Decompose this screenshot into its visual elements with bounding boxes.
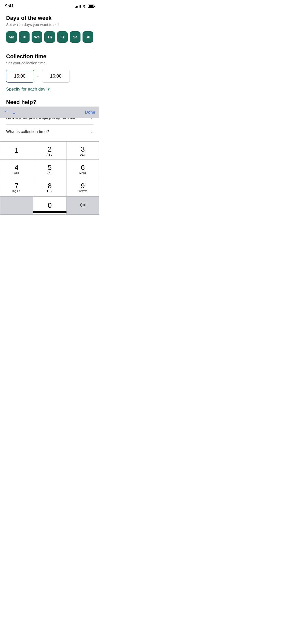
key-3-letters: DEF [80,153,86,156]
key-8-letters: TUV [47,190,53,193]
faq-chevron-1: ⌄ [90,129,93,134]
keyboard-toolbar: ⌃ ⌄ Done [0,107,99,118]
key-2[interactable]: 2 ABC [33,141,66,160]
start-time-value: 15:00 [14,74,25,79]
status-time: 9:41 [5,4,14,9]
key-7-letters: PQRS [12,190,21,193]
day-button-su[interactable]: Su [83,31,93,43]
day-button-tu[interactable]: Tu [19,31,30,43]
status-bar: 9:41 [0,0,99,11]
toolbar-up-arrow[interactable]: ⌃ [4,109,8,115]
faq-question-1: What is collection time? [6,129,49,134]
key-3-number: 3 [81,146,85,153]
key-8[interactable]: 8 TUV [33,178,66,196]
key-3[interactable]: 3 DEF [66,141,99,160]
signal-icon [75,5,81,8]
keyboard-row-2: 4 GHI 5 JKL 6 MNO [0,160,99,178]
toolbar-done-button[interactable]: Done [85,110,95,115]
delete-icon [79,202,86,209]
keyboard-row-3: 7 PQRS 8 TUV 9 WXYZ [0,178,99,196]
key-0-number: 0 [48,202,52,209]
key-6-number: 6 [81,164,85,171]
day-button-sa[interactable]: Sa [70,31,80,43]
day-button-mo[interactable]: Mo [6,31,17,43]
day-button-fr[interactable]: Fr [57,31,68,43]
key-4-number: 4 [15,164,19,171]
key-8-number: 8 [48,182,52,189]
days-section-title: Days of the week [6,15,93,21]
key-4[interactable]: 4 GHI [0,160,33,178]
divider-days [6,48,93,48]
keyboard: 1 2 ABC 3 DEF 4 GHI 5 JKL 6 MNO 7 PQRS [0,141,99,215]
keyboard-row-1: 1 2 ABC 3 DEF [0,141,99,160]
need-help-title: Need help? [6,99,93,106]
day-button-th[interactable]: Th [44,31,55,43]
end-time-value: 16:00 [50,74,61,79]
key-9[interactable]: 9 WXYZ [66,178,99,196]
start-time-input[interactable]: 15:00 [6,70,34,83]
end-time-input[interactable]: 16:00 [42,70,70,83]
key-6[interactable]: 6 MNO [66,160,99,178]
key-7[interactable]: 7 PQRS [0,178,33,196]
collection-time-subtitle: Set your collection time [6,61,93,65]
key-1[interactable]: 1 [0,141,33,160]
status-icons [75,5,94,8]
key-9-number: 9 [81,182,85,189]
key-5[interactable]: 5 JKL [33,160,66,178]
battery-icon [88,5,94,8]
key-6-letters: MNO [79,172,86,174]
toolbar-down-arrow[interactable]: ⌄ [12,109,16,115]
time-inputs-row: 15:00 - 16:00 [6,70,93,83]
days-section-subtitle: Set which days you want to sell [6,22,93,27]
key-9-letters: WXYZ [79,190,87,193]
key-4-letters: GHI [14,172,19,174]
collection-time-title: Collection time [6,53,93,60]
wifi-icon [82,5,86,8]
home-indicator [33,211,67,213]
chevron-down-icon: ▼ [47,87,50,91]
key-2-number: 2 [48,146,52,153]
main-content: Days of the week Set which days you want… [0,11,99,139]
key-1-number: 1 [15,147,19,154]
key-2-letters: ABC [47,153,53,156]
specify-label: Specify for each day [6,87,45,92]
cursor [26,74,26,79]
key-empty [0,196,33,215]
toolbar-nav: ⌃ ⌄ [4,109,16,115]
key-5-number: 5 [48,164,52,171]
key-7-number: 7 [15,182,19,189]
day-button-we[interactable]: We [32,31,42,43]
key-5-letters: JKL [47,172,52,174]
time-separator: - [37,74,39,79]
faq-item-1[interactable]: What is collection time? ⌄ [6,124,93,139]
specify-for-each-day-button[interactable]: Specify for each day ▼ [6,87,93,92]
key-delete[interactable] [66,196,99,215]
days-row: Mo Tu We Th Fr Sa Su [6,31,93,43]
